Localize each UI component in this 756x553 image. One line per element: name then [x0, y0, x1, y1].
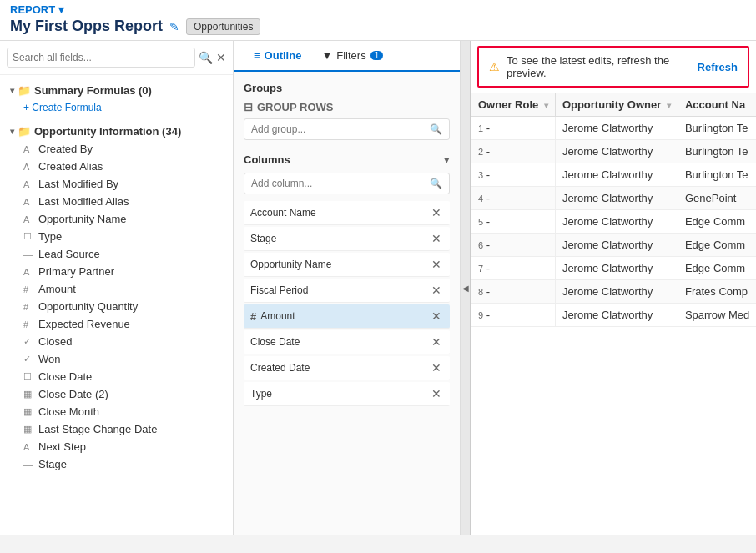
sidebar-item-close-month[interactable]: ▦Close Month [7, 403, 226, 420]
col-account-name-label: Account Na [685, 98, 745, 111]
collapse-panel-button[interactable]: ◀ [461, 41, 471, 535]
right-section: ◀ ⚠ To see the latest edits, refresh the… [461, 41, 756, 535]
opportunity-info-label: Opportunity Information (34) [34, 125, 181, 138]
col-account-name[interactable]: Account Na [678, 93, 756, 117]
remove-amount-button[interactable]: ✕ [430, 309, 443, 323]
cell-owner-role: 5 - [471, 210, 556, 234]
cell-owner-role: 8 - [471, 280, 556, 304]
clear-search-button[interactable]: ✕ [216, 51, 226, 64]
main-layout: 🔍 ✕ ▾ 📁 Summary Formulas (0) + Create Fo… [0, 41, 756, 535]
column-label-type: Type [250, 388, 272, 400]
add-group-box[interactable]: 🔍 [244, 118, 450, 140]
cell-owner-name: Jerome Clatworthy [555, 257, 678, 280]
cell-owner-role: 9 - [471, 304, 556, 327]
chevron-down-icon-opp: ▾ [10, 127, 14, 136]
refresh-link[interactable]: Refresh [698, 61, 738, 73]
alert-message: To see the latest edits, refresh the pre… [507, 54, 691, 79]
table-row: 3 - Jerome Clatworthy Burlington Te [471, 163, 757, 187]
alert-bar: ⚠ To see the latest edits, refresh the p… [477, 46, 749, 88]
tab-filters[interactable]: ▼ Filters 1 [311, 41, 393, 72]
column-label-close-date: Close Date [250, 336, 300, 348]
sidebar-item-opportunity-name[interactable]: AOpportunity Name [7, 210, 226, 228]
sidebar-item-primary-partner[interactable]: APrimary Partner [7, 263, 226, 280]
table-row: 7 - Jerome Clatworthy Edge Comm [471, 257, 757, 280]
sidebar-section-opportunity-header[interactable]: ▾ 📁 Opportunity Information (34) [7, 123, 226, 140]
col-owner-role[interactable]: Owner Role ▾ [471, 93, 556, 117]
remove-account-name-button[interactable]: ✕ [430, 206, 443, 219]
sidebar-item-lead-source[interactable]: —Lead Source [7, 245, 226, 263]
filter-icon: ▼ [321, 49, 332, 62]
table-row: 9 - Jerome Clatworthy Sparrow Med [471, 304, 757, 327]
search-input[interactable] [7, 48, 195, 68]
column-row-fiscal-period: Fiscal Period ✕ [244, 279, 450, 303]
column-label-stage: Stage [250, 233, 276, 244]
cell-owner-name: Jerome Clatworthy [555, 117, 678, 140]
cell-owner-role: 3 - [471, 163, 556, 187]
cell-account-name: Sparrow Med [678, 304, 756, 327]
sidebar-item-closed[interactable]: ✓Closed [7, 333, 226, 350]
filters-tab-label: Filters [336, 49, 365, 62]
add-column-box[interactable]: 🔍 [244, 173, 450, 194]
cell-owner-name: Jerome Clatworthy [555, 210, 678, 234]
sidebar-item-won[interactable]: ✓Won [7, 350, 226, 368]
table-row: 2 - Jerome Clatworthy Burlington Te [471, 140, 757, 163]
remove-close-date-button[interactable]: ✕ [430, 335, 443, 349]
group-rows-label: ⊟ GROUP ROWS [244, 101, 450, 113]
column-row-close-date: Close Date ✕ [244, 330, 450, 354]
remove-type-button[interactable]: ✕ [430, 387, 443, 400]
sidebar-item-last-modified-alias[interactable]: ALast Modified Alias [7, 193, 226, 210]
sidebar-item-type[interactable]: ☐Type [7, 228, 226, 245]
report-title-row: My First Opps Report ✎ Opportunities [10, 18, 746, 40]
cell-owner-role: 6 - [471, 234, 556, 257]
cell-account-name: Burlington Te [678, 117, 756, 140]
table-row: 8 - Jerome Clatworthy Frates Comp [471, 280, 757, 304]
group-rows-icon: ⊟ [244, 101, 253, 113]
object-badge: Opportunities [186, 18, 260, 35]
column-label-opportunity-name: Opportunity Name [250, 259, 331, 270]
tab-outline[interactable]: ≡ Outline [244, 41, 311, 72]
remove-opportunity-name-button[interactable]: ✕ [430, 258, 443, 271]
column-label-amount: # Amount [250, 310, 295, 323]
column-row-amount: # Amount ✕ [244, 304, 450, 329]
sidebar-item-amount[interactable]: #Amount [7, 280, 226, 298]
cell-account-name: Burlington Te [678, 140, 756, 163]
sidebar-item-expected-revenue[interactable]: #Expected Revenue [7, 315, 226, 333]
sidebar-section-summary: ▾ 📁 Summary Formulas (0) + Create Formul… [0, 78, 233, 119]
add-group-search-icon: 🔍 [430, 123, 442, 135]
table-row: 1 - Jerome Clatworthy Burlington Te [471, 117, 757, 140]
cell-account-name: Burlington Te [678, 163, 756, 187]
sidebar-section-summary-header[interactable]: ▾ 📁 Summary Formulas (0) [7, 82, 226, 99]
create-formula-button[interactable]: + Create Formula [7, 99, 226, 116]
column-row-account-name: Account Name ✕ [244, 201, 450, 225]
sidebar-item-created-alias[interactable]: ACreated Alias [7, 158, 226, 175]
filter-count-badge: 1 [370, 51, 384, 60]
sidebar-item-last-modified-by[interactable]: ALast Modified By [7, 175, 226, 193]
sidebar-item-opp-quantity[interactable]: #Opportunity Quantity [7, 298, 226, 315]
add-column-input[interactable] [251, 178, 426, 189]
outline-panel-content: Groups ⊟ GROUP ROWS 🔍 Columns ▾ 🔍 Accoun… [234, 72, 460, 535]
column-label-account-name: Account Name [250, 207, 316, 219]
search-icon-button[interactable]: 🔍 [199, 51, 213, 64]
sidebar-item-created-by[interactable]: ACreated By [7, 140, 226, 158]
edit-icon[interactable]: ✎ [169, 20, 179, 33]
sidebar-item-stage[interactable]: —Stage [7, 455, 226, 473]
col-opportunity-owner[interactable]: Opportunity Owner ▾ [555, 93, 678, 117]
add-group-input[interactable] [251, 123, 426, 135]
sidebar-item-close-date-2[interactable]: ▦Close Date (2) [7, 385, 226, 403]
columns-title: Columns [244, 153, 290, 166]
table-row: 5 - Jerome Clatworthy Edge Comm [471, 210, 757, 234]
center-panel: ≡ Outline ▼ Filters 1 Groups ⊟ GROUP ROW… [234, 41, 461, 535]
cell-owner-name: Jerome Clatworthy [555, 280, 678, 304]
sidebar-item-next-step[interactable]: ANext Step [7, 438, 226, 455]
table-row: 4 - Jerome Clatworthy GenePoint [471, 187, 757, 210]
report-dropdown-icon[interactable]: ▾ [58, 3, 64, 16]
data-table: Owner Role ▾ Opportunity Owner ▾ Account… [471, 93, 756, 327]
remove-fiscal-period-button[interactable]: ✕ [430, 284, 443, 297]
sidebar-item-last-stage-change[interactable]: ▦Last Stage Change Date [7, 420, 226, 438]
remove-created-date-button[interactable]: ✕ [430, 361, 443, 375]
remove-stage-button[interactable]: ✕ [430, 232, 443, 245]
sidebar-section-opportunity: ▾ 📁 Opportunity Information (34) ACreate… [0, 119, 233, 476]
columns-dropdown-icon[interactable]: ▾ [444, 153, 450, 166]
sidebar-list: ▾ 📁 Summary Formulas (0) + Create Formul… [0, 75, 233, 535]
sidebar-item-close-date[interactable]: ☐Close Date [7, 368, 226, 385]
